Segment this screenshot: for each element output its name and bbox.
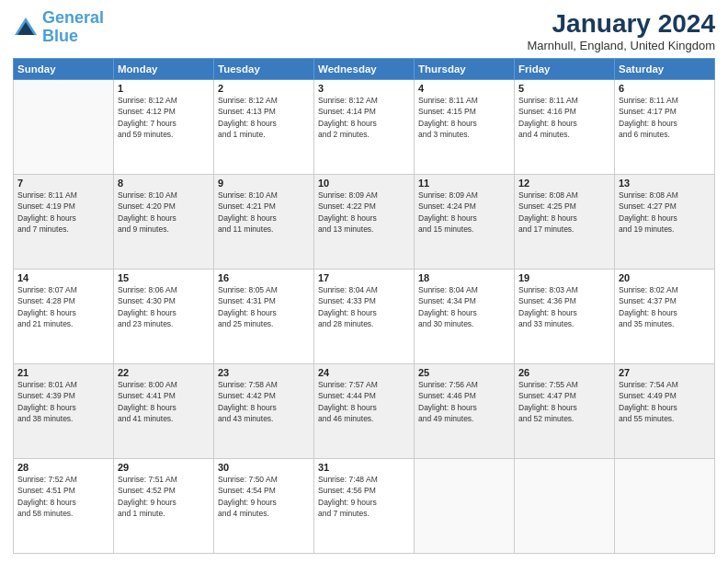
day-number: 11 [418, 178, 510, 189]
table-row [415, 459, 515, 554]
calendar-header-row: Sunday Monday Tuesday Wednesday Thursday… [14, 59, 715, 80]
table-row: 22Sunrise: 8:00 AMSunset: 4:41 PMDayligh… [114, 364, 214, 459]
day-info: Sunrise: 8:08 AMSunset: 4:25 PMDaylight:… [518, 190, 610, 235]
table-row [515, 459, 615, 554]
day-info: Sunrise: 8:08 AMSunset: 4:27 PMDaylight:… [619, 190, 711, 235]
day-info: Sunrise: 8:02 AMSunset: 4:37 PMDaylight:… [619, 284, 711, 329]
logo: General Blue [13, 9, 104, 46]
day-info: Sunrise: 8:07 AMSunset: 4:28 PMDaylight:… [17, 284, 109, 329]
calendar-table: Sunday Monday Tuesday Wednesday Thursday… [13, 58, 715, 554]
table-row: 24Sunrise: 7:57 AMSunset: 4:44 PMDayligh… [314, 364, 415, 459]
logo-line2: Blue [42, 27, 78, 45]
day-info: Sunrise: 8:11 AMSunset: 4:17 PMDaylight:… [619, 95, 711, 140]
day-number: 30 [218, 462, 310, 473]
day-number: 25 [418, 367, 510, 378]
day-info: Sunrise: 8:10 AMSunset: 4:21 PMDaylight:… [218, 190, 310, 235]
day-info: Sunrise: 7:51 AMSunset: 4:52 PMDaylight:… [118, 474, 210, 519]
table-row: 17Sunrise: 8:04 AMSunset: 4:33 PMDayligh… [314, 270, 415, 364]
table-row: 1Sunrise: 8:12 AMSunset: 4:12 PMDaylight… [114, 80, 214, 175]
logo-text: General Blue [42, 9, 104, 46]
day-info: Sunrise: 7:57 AMSunset: 4:44 PMDaylight:… [318, 379, 410, 424]
day-number: 20 [619, 272, 711, 283]
logo-line1: General [42, 8, 104, 27]
day-number: 22 [118, 367, 210, 378]
table-row: 26Sunrise: 7:55 AMSunset: 4:47 PMDayligh… [515, 364, 615, 459]
table-row: 27Sunrise: 7:54 AMSunset: 4:49 PMDayligh… [615, 364, 715, 459]
table-row [615, 459, 715, 554]
calendar-week-row: 1Sunrise: 8:12 AMSunset: 4:12 PMDaylight… [14, 80, 715, 175]
table-row: 3Sunrise: 8:12 AMSunset: 4:14 PMDaylight… [314, 80, 415, 175]
day-number: 31 [318, 462, 410, 473]
day-number: 7 [17, 178, 109, 189]
table-row: 5Sunrise: 8:11 AMSunset: 4:16 PMDaylight… [515, 80, 615, 175]
day-number: 10 [318, 178, 410, 189]
table-row: 8Sunrise: 8:10 AMSunset: 4:20 PMDaylight… [114, 175, 214, 270]
col-saturday: Saturday [615, 59, 715, 80]
day-info: Sunrise: 8:11 AMSunset: 4:16 PMDaylight:… [518, 95, 610, 140]
col-friday: Friday [515, 59, 615, 80]
table-row: 10Sunrise: 8:09 AMSunset: 4:22 PMDayligh… [314, 175, 415, 270]
col-tuesday: Tuesday [214, 59, 314, 80]
table-row: 28Sunrise: 7:52 AMSunset: 4:51 PMDayligh… [14, 459, 114, 554]
day-number: 3 [318, 83, 410, 94]
day-info: Sunrise: 7:55 AMSunset: 4:47 PMDaylight:… [518, 379, 610, 424]
day-info: Sunrise: 8:12 AMSunset: 4:12 PMDaylight:… [118, 95, 210, 140]
day-number: 5 [518, 83, 610, 94]
day-number: 15 [118, 272, 210, 283]
title-block: January 2024 Marnhull, England, United K… [527, 9, 715, 52]
day-info: Sunrise: 7:56 AMSunset: 4:46 PMDaylight:… [418, 379, 510, 424]
day-info: Sunrise: 7:54 AMSunset: 4:49 PMDaylight:… [619, 379, 711, 424]
location-subtitle: Marnhull, England, United Kingdom [527, 39, 715, 52]
day-info: Sunrise: 8:00 AMSunset: 4:41 PMDaylight:… [118, 379, 210, 424]
day-number: 9 [218, 178, 310, 189]
day-info: Sunrise: 8:12 AMSunset: 4:14 PMDaylight:… [318, 95, 410, 140]
day-info: Sunrise: 8:04 AMSunset: 4:33 PMDaylight:… [318, 284, 410, 329]
table-row: 2Sunrise: 8:12 AMSunset: 4:13 PMDaylight… [214, 80, 314, 175]
day-number: 8 [118, 178, 210, 189]
table-row: 16Sunrise: 8:05 AMSunset: 4:31 PMDayligh… [214, 270, 314, 364]
day-number: 27 [619, 367, 711, 378]
table-row: 4Sunrise: 8:11 AMSunset: 4:15 PMDaylight… [415, 80, 515, 175]
table-row: 30Sunrise: 7:50 AMSunset: 4:54 PMDayligh… [214, 459, 314, 554]
calendar-week-row: 28Sunrise: 7:52 AMSunset: 4:51 PMDayligh… [14, 459, 715, 554]
day-info: Sunrise: 7:48 AMSunset: 4:56 PMDaylight:… [318, 474, 410, 519]
month-title: January 2024 [527, 9, 715, 39]
day-info: Sunrise: 8:09 AMSunset: 4:22 PMDaylight:… [318, 190, 410, 235]
day-info: Sunrise: 8:03 AMSunset: 4:36 PMDaylight:… [518, 284, 610, 329]
table-row: 14Sunrise: 8:07 AMSunset: 4:28 PMDayligh… [14, 270, 114, 364]
col-wednesday: Wednesday [314, 59, 415, 80]
col-thursday: Thursday [415, 59, 515, 80]
table-row: 31Sunrise: 7:48 AMSunset: 4:56 PMDayligh… [314, 459, 415, 554]
table-row: 11Sunrise: 8:09 AMSunset: 4:24 PMDayligh… [415, 175, 515, 270]
day-number: 18 [418, 272, 510, 283]
page: General Blue January 2024 Marnhull, Engl… [0, 0, 728, 563]
table-row: 15Sunrise: 8:06 AMSunset: 4:30 PMDayligh… [114, 270, 214, 364]
day-info: Sunrise: 8:01 AMSunset: 4:39 PMDaylight:… [17, 379, 109, 424]
day-info: Sunrise: 8:11 AMSunset: 4:15 PMDaylight:… [418, 95, 510, 140]
day-number: 2 [218, 83, 310, 94]
day-number: 21 [17, 367, 109, 378]
day-number: 1 [118, 83, 210, 94]
day-info: Sunrise: 7:58 AMSunset: 4:42 PMDaylight:… [218, 379, 310, 424]
day-number: 12 [518, 178, 610, 189]
table-row: 29Sunrise: 7:51 AMSunset: 4:52 PMDayligh… [114, 459, 214, 554]
table-row: 18Sunrise: 8:04 AMSunset: 4:34 PMDayligh… [415, 270, 515, 364]
table-row: 20Sunrise: 8:02 AMSunset: 4:37 PMDayligh… [615, 270, 715, 364]
day-info: Sunrise: 8:05 AMSunset: 4:31 PMDaylight:… [218, 284, 310, 329]
day-number: 28 [17, 462, 109, 473]
table-row: 9Sunrise: 8:10 AMSunset: 4:21 PMDaylight… [214, 175, 314, 270]
table-row [14, 80, 114, 175]
table-row: 13Sunrise: 8:08 AMSunset: 4:27 PMDayligh… [615, 175, 715, 270]
table-row: 19Sunrise: 8:03 AMSunset: 4:36 PMDayligh… [515, 270, 615, 364]
logo-icon [13, 15, 39, 40]
calendar-week-row: 7Sunrise: 8:11 AMSunset: 4:19 PMDaylight… [14, 175, 715, 270]
day-info: Sunrise: 7:52 AMSunset: 4:51 PMDaylight:… [17, 474, 109, 519]
day-number: 17 [318, 272, 410, 283]
day-info: Sunrise: 8:12 AMSunset: 4:13 PMDaylight:… [218, 95, 310, 140]
day-info: Sunrise: 8:11 AMSunset: 4:19 PMDaylight:… [17, 190, 109, 235]
day-info: Sunrise: 7:50 AMSunset: 4:54 PMDaylight:… [218, 474, 310, 519]
day-info: Sunrise: 8:10 AMSunset: 4:20 PMDaylight:… [118, 190, 210, 235]
day-number: 13 [619, 178, 711, 189]
calendar-week-row: 21Sunrise: 8:01 AMSunset: 4:39 PMDayligh… [14, 364, 715, 459]
day-number: 4 [418, 83, 510, 94]
